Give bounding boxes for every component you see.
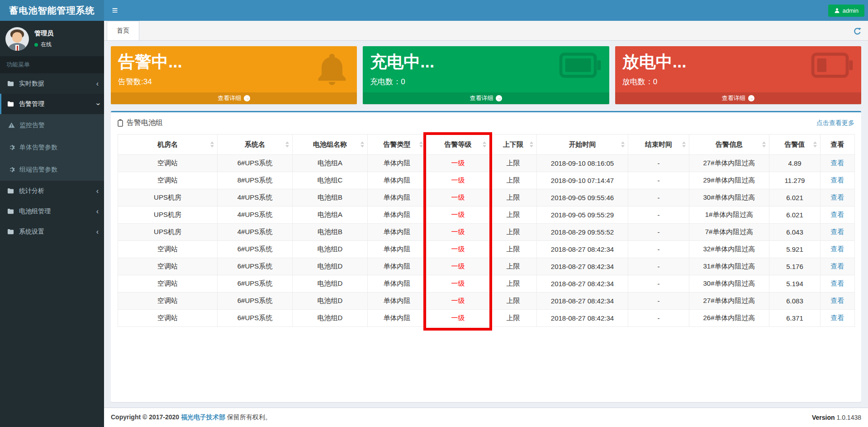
cell-alarm-level: 一级 [427, 224, 490, 241]
sidebar-item-realtime-data[interactable]: 实时数据 ‹ [0, 73, 104, 94]
charging-card-detail-label: 查看详细 [470, 94, 493, 102]
cell-limit-direction: 上限 [490, 258, 537, 275]
main-wrapper: 首页 告警中... 告警数:34 查看详细 → 充电中... 充电数：0 [104, 21, 868, 427]
user-menu-label: admin [843, 7, 859, 14]
sidebar-item-alarm-management[interactable]: 告警管理 ‹ [0, 94, 104, 114]
menu-section-label: 功能菜单 [0, 56, 104, 73]
cell-alarm-type: 单体内阻 [368, 275, 427, 293]
cell-alarm-value: 5.176 [769, 258, 821, 275]
view-link[interactable]: 查看 [831, 228, 844, 235]
cell-start-time: 2018-08-27 08:42:34 [537, 275, 628, 293]
cell-limit-direction: 上限 [490, 275, 537, 293]
cell-battery-group-name: 电池组C [293, 172, 368, 189]
cell-alarm-value: 5.194 [769, 275, 821, 293]
view-link[interactable]: 查看 [831, 245, 844, 253]
cell-room-name: 空调站 [118, 172, 218, 189]
cell-start-time: 2018-09-05 09:55:29 [537, 206, 628, 224]
sidebar-item-monitor-alarm[interactable]: 监控告警 [0, 114, 104, 136]
alarm-card-detail-link[interactable]: 查看详细 → [111, 92, 357, 104]
column-header[interactable]: 告警值 [769, 134, 821, 155]
column-header-label: 电池组名称 [313, 140, 347, 148]
version-info: Version 1.0.1438 [812, 414, 861, 421]
cell-alarm-level: 一级 [427, 189, 490, 206]
cell-alarm-info: 30#单体内阻过高 [689, 275, 769, 293]
company-link[interactable]: 福光电子技术部 [181, 413, 225, 421]
sidebar-item-system-settings[interactable]: 系统设置 ‹ [0, 221, 104, 242]
cell-end-time: - [628, 275, 689, 293]
view-link[interactable]: 查看 [831, 314, 844, 321]
avatar [5, 27, 29, 51]
cell-battery-group-name: 电池组A [293, 206, 368, 224]
refresh-button[interactable] [853, 27, 862, 36]
cell-limit-direction: 上限 [490, 224, 537, 241]
column-header[interactable]: 告警信息 [689, 134, 769, 155]
cell-battery-group-name: 电池组B [293, 189, 368, 206]
cell-room-name: 空调站 [118, 293, 218, 310]
cell-start-time: 2018-08-27 08:42:34 [537, 293, 628, 310]
sort-icon [682, 142, 686, 148]
view-link[interactable]: 查看 [831, 211, 844, 218]
charging-card-detail-link[interactable]: 查看详细 → [363, 92, 609, 104]
alarm-card-detail-label: 查看详细 [218, 94, 241, 102]
cell-end-time: - [628, 310, 689, 327]
sort-icon [210, 142, 214, 148]
table-row: 空调站8#UPS系统电池组C单体内阻一级上限2018-09-10 07:14:4… [118, 172, 855, 189]
cell-alarm-info: 31#单体内阻过高 [689, 258, 769, 275]
gears-icon [8, 166, 15, 173]
sidebar-item-cell-alarm-params[interactable]: 单体告警参数 [0, 136, 104, 158]
view-link[interactable]: 查看 [831, 297, 844, 304]
top-navbar: ≡ admin [104, 0, 868, 21]
cell-end-time: - [628, 172, 689, 189]
sidebar-item-statistics[interactable]: 统计分析 ‹ [0, 181, 104, 201]
cell-alarm-level: 一级 [427, 310, 490, 327]
column-header[interactable]: 告警等级 [427, 134, 490, 155]
column-header-label: 告警值 [785, 140, 805, 148]
table-row: 空调站6#UPS系统电池组D单体内阻一级上限2018-08-27 08:42:3… [118, 241, 855, 258]
user-name: 管理员 [34, 29, 53, 38]
online-dot-icon [34, 43, 38, 47]
cell-room-name: UPS机房 [118, 206, 218, 224]
cell-start-time: 2018-08-27 08:42:34 [537, 310, 628, 327]
cell-alarm-info: 32#单体内阻过高 [689, 241, 769, 258]
tab-home[interactable]: 首页 [107, 21, 139, 40]
view-more-link[interactable]: 点击查看更多 [816, 119, 854, 127]
column-header[interactable]: 开始时间 [537, 134, 628, 155]
user-menu-button[interactable]: admin [828, 5, 864, 17]
sidebar-toggle-button[interactable]: ≡ [104, 0, 126, 21]
cell-view: 查看 [821, 206, 855, 224]
cell-limit-direction: 上限 [490, 155, 537, 172]
rights-text: 保留所有权利。 [227, 413, 271, 421]
user-status[interactable]: 在线 [34, 41, 53, 48]
hamburger-icon: ≡ [112, 5, 118, 16]
app-logo[interactable]: 蓄电池智能管理系统 [0, 0, 104, 21]
discharging-card-detail-label: 查看详细 [722, 94, 745, 102]
view-link[interactable]: 查看 [831, 279, 844, 287]
cell-alarm-info: 27#单体内阻过高 [689, 155, 769, 172]
view-link[interactable]: 查看 [831, 262, 844, 270]
column-header[interactable]: 结束时间 [628, 134, 689, 155]
alarm-table-body: 空调站6#UPS系统电池组A单体内阻一级上限2018-09-10 08:16:0… [118, 155, 855, 327]
cell-end-time: - [628, 155, 689, 172]
cell-limit-direction: 上限 [490, 206, 537, 224]
cell-start-time: 2018-09-10 08:16:05 [537, 155, 628, 172]
view-link[interactable]: 查看 [831, 193, 844, 201]
view-link[interactable]: 查看 [831, 159, 844, 167]
sidebar-item-battery-group-management[interactable]: 电池组管理 ‹ [0, 201, 104, 221]
column-header[interactable]: 上下限 [490, 134, 537, 155]
column-header[interactable]: 告警类型 [368, 134, 427, 155]
tab-bar: 首页 [104, 21, 868, 41]
sidebar-item-group-alarm-params[interactable]: 组端告警参数 [0, 158, 104, 181]
view-link[interactable]: 查看 [831, 176, 844, 184]
cell-start-time: 2018-08-29 09:55:52 [537, 224, 628, 241]
folder-icon [7, 187, 14, 194]
copyright-text: Copyright © 2017-2020 [111, 413, 179, 421]
chevron-left-icon: ‹ [96, 187, 99, 195]
cell-end-time: - [628, 206, 689, 224]
sort-icon [360, 142, 364, 148]
column-header[interactable]: 电池组名称 [293, 134, 368, 155]
cell-system-name: 6#UPS系统 [218, 293, 293, 310]
column-header[interactable]: 机房名 [118, 134, 218, 155]
cell-room-name: 空调站 [118, 155, 218, 172]
column-header[interactable]: 系统名 [218, 134, 293, 155]
discharging-card-detail-link[interactable]: 查看详细 → [615, 92, 861, 104]
